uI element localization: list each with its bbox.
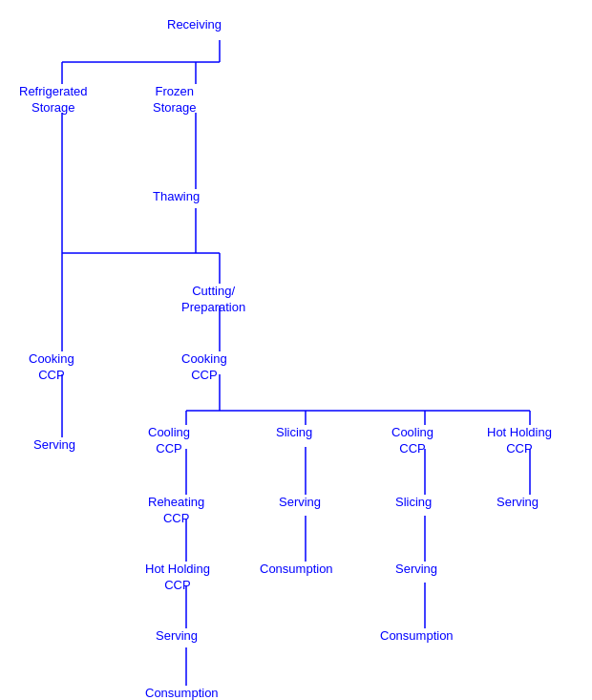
cooking-ccp-mid-node: CookingCCP (181, 351, 227, 384)
refrig-storage-node: RefrigeratedStorage (19, 84, 88, 117)
hot-holding-ccp1-node: Hot HoldingCCP (487, 425, 552, 457)
hot-holding-ccp2-node: Hot HoldingCCP (145, 562, 210, 594)
serving2-node: Serving (279, 495, 321, 511)
slicing1-node: Slicing (276, 425, 312, 441)
consumption2-node: Consumption (380, 628, 454, 645)
consumption3-node: Consumption (145, 686, 219, 700)
consumption1-node: Consumption (260, 562, 333, 578)
serving-left-node: Serving (33, 437, 75, 454)
reheating-ccp-node: ReheatingCCP (148, 495, 204, 527)
cooking-ccp-left-node: CookingCCP (29, 351, 74, 384)
cutting-node: Cutting/Preparation (181, 284, 245, 316)
slicing2-node: Slicing (395, 495, 432, 511)
serving-hh-node: Serving (497, 495, 539, 511)
receiving-node: Receiving (167, 17, 222, 33)
serving3-node: Serving (395, 562, 437, 578)
cooling-ccp2-node: CoolingCCP (391, 425, 433, 457)
frozen-storage-node: FrozenStorage (153, 84, 197, 117)
thawing-node: Thawing (153, 189, 200, 205)
cooling-ccp1-node: CoolingCCP (148, 425, 190, 457)
serving4-node: Serving (156, 628, 198, 645)
